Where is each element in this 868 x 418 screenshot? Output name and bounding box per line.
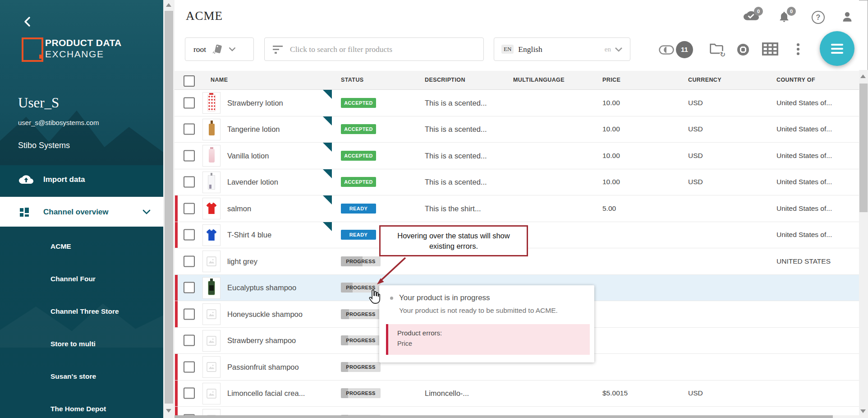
row-checkbox[interactable] bbox=[184, 229, 195, 241]
tshirt-image bbox=[204, 201, 219, 216]
root-category-selector[interactable]: root bbox=[185, 37, 254, 61]
product-name[interactable]: Tangerine lotion bbox=[227, 125, 280, 134]
status-badge[interactable]: ACCEPTED bbox=[341, 177, 376, 187]
account-button[interactable] bbox=[841, 10, 855, 24]
sidebar-item-channel[interactable]: Channel Three Store bbox=[0, 303, 163, 320]
error-indicator-bar bbox=[175, 275, 178, 301]
row-checkbox[interactable] bbox=[184, 150, 195, 161]
table-view-icon[interactable] bbox=[762, 42, 778, 56]
table-row[interactable]: salmonREADYThis is the shirt...5.00Unite… bbox=[175, 195, 859, 222]
image-placeholder-icon bbox=[207, 309, 216, 319]
product-name[interactable]: Eucalyptus shampoo bbox=[227, 283, 296, 292]
status-badge[interactable]: PROGRESS bbox=[341, 362, 381, 372]
product-description: This is a scented... bbox=[425, 178, 487, 186]
product-currency: USD bbox=[688, 125, 703, 133]
folder-sync-button[interactable]: ↻ bbox=[709, 42, 725, 56]
product-thumbnail bbox=[202, 383, 220, 404]
product-name[interactable]: Strawberry shampoo bbox=[227, 336, 296, 345]
row-checkbox[interactable] bbox=[184, 255, 195, 267]
toggle-view-icon[interactable] bbox=[659, 45, 674, 55]
status-badge[interactable]: READY bbox=[341, 230, 376, 240]
status-badge[interactable]: PROGRESS bbox=[341, 309, 381, 319]
table-row[interactable]: Limoncello facial crea...PROGRESSLimonce… bbox=[175, 381, 859, 407]
sidebar-item-channel[interactable]: ACME bbox=[0, 238, 163, 255]
help-button[interactable]: ? bbox=[812, 11, 825, 24]
status-badge[interactable]: ACCEPTED bbox=[341, 98, 376, 108]
sidebar-item-label: Import data bbox=[43, 175, 85, 184]
row-checkbox[interactable] bbox=[184, 282, 195, 293]
chevron-left-icon bbox=[23, 16, 31, 27]
product-name[interactable]: Strawberry lotion bbox=[227, 98, 283, 107]
status-badge[interactable]: ACCEPTED bbox=[341, 151, 376, 161]
product-search-input[interactable]: Click to search or filter products bbox=[264, 37, 484, 61]
row-checkbox[interactable] bbox=[184, 124, 195, 135]
more-options-button[interactable] bbox=[797, 43, 799, 57]
product-currency: USD bbox=[688, 178, 703, 186]
sidebar-item-channel[interactable]: Store to multi bbox=[0, 336, 163, 352]
corner-flag-icon bbox=[323, 143, 332, 152]
sidebar-item-import-data[interactable]: Import data bbox=[0, 165, 163, 194]
product-description: This is a scented... bbox=[425, 125, 487, 134]
scroll-up-arrow[interactable] bbox=[166, 3, 171, 7]
table-row[interactable]: Lavender lotionACCEPTEDThis is a scented… bbox=[175, 169, 859, 196]
product-price: 5.00 bbox=[602, 204, 616, 213]
scroll-down-arrow[interactable] bbox=[166, 409, 171, 413]
column-header[interactable]: STATUS bbox=[341, 77, 364, 83]
column-header[interactable]: COUNTRY OF bbox=[776, 77, 815, 83]
column-header[interactable]: PRICE bbox=[602, 77, 620, 83]
row-checkbox[interactable] bbox=[184, 308, 195, 320]
sidebar-scrollbar[interactable] bbox=[163, 0, 175, 418]
status-badge[interactable]: PROGRESS bbox=[341, 388, 381, 398]
select-all-checkbox[interactable] bbox=[184, 75, 195, 87]
root-selector-label: root bbox=[193, 45, 206, 54]
row-checkbox[interactable] bbox=[184, 361, 195, 372]
table-row[interactable]: Strawberry lotionACCEPTEDThis is a scent… bbox=[175, 90, 859, 116]
selected-count-badge[interactable]: 11 bbox=[676, 41, 693, 58]
product-name[interactable]: Vanilla lotion bbox=[227, 151, 269, 160]
sidebar-item-channel[interactable]: Susan's store bbox=[0, 368, 163, 385]
sidebar-item-channel[interactable]: Channel Four bbox=[0, 271, 163, 287]
main-scrollbar[interactable] bbox=[859, 70, 868, 418]
column-header[interactable]: NAME bbox=[211, 77, 228, 83]
language-selector[interactable]: EN English en bbox=[494, 37, 630, 61]
product-name[interactable]: T-Shirt 4 blue bbox=[227, 231, 271, 239]
product-name[interactable]: Honeysuckle shampoo bbox=[227, 310, 303, 318]
product-name[interactable]: salmon bbox=[227, 204, 251, 213]
column-header[interactable]: DESCRIPTION bbox=[425, 77, 465, 83]
table-row[interactable]: Tangerine lotionACCEPTEDThis is a scente… bbox=[175, 116, 859, 143]
product-thumbnail bbox=[202, 251, 220, 272]
row-checkbox[interactable] bbox=[184, 97, 195, 108]
product-price: 10.00 bbox=[602, 178, 620, 186]
sidebar-item-channel-overview[interactable]: Channel overview bbox=[0, 197, 163, 227]
row-checkbox[interactable] bbox=[184, 176, 195, 188]
status-badge[interactable]: ACCEPTED bbox=[341, 124, 376, 134]
scrollbar-thumb[interactable] bbox=[175, 415, 833, 418]
tshirt-image bbox=[204, 228, 219, 242]
product-thumbnail bbox=[202, 145, 220, 167]
sidebar-item-channel[interactable]: The Home Depot bbox=[0, 401, 163, 417]
scroll-up-arrow[interactable] bbox=[860, 74, 866, 78]
callout-text-line2: existing errors. bbox=[381, 241, 527, 251]
status-badge[interactable]: READY bbox=[341, 204, 376, 214]
sidebar: PRODUCT DATA EXCHANGE User_S user_s@stib… bbox=[0, 0, 163, 418]
scrollbar-thumb[interactable] bbox=[165, 11, 173, 404]
row-checkbox[interactable] bbox=[184, 203, 195, 214]
product-name[interactable]: Limoncello facial crea... bbox=[227, 389, 305, 398]
collapse-sidebar-button[interactable] bbox=[23, 16, 34, 28]
scroll-down-arrow[interactable] bbox=[860, 409, 866, 413]
row-checkbox[interactable] bbox=[184, 388, 195, 399]
column-header[interactable]: MULTILANGUAGE bbox=[513, 77, 565, 83]
row-checkbox[interactable] bbox=[184, 335, 195, 346]
column-header[interactable]: CURRENCY bbox=[688, 77, 721, 83]
scrollbar-thumb[interactable] bbox=[859, 84, 868, 212]
horizontal-scrollbar[interactable] bbox=[175, 415, 859, 418]
table-row[interactable]: PROGRESS bbox=[175, 407, 859, 416]
product-name[interactable]: Lavender lotion bbox=[227, 178, 278, 186]
preview-eye-icon[interactable] bbox=[737, 44, 749, 56]
error-indicator-bar bbox=[175, 301, 178, 327]
main-menu-fab[interactable] bbox=[820, 31, 854, 66]
product-name[interactable]: Passionfruit shampoo bbox=[227, 362, 299, 371]
status-badge[interactable]: PROGRESS bbox=[341, 335, 381, 345]
table-row[interactable]: Vanilla lotionACCEPTEDThis is a scented.… bbox=[175, 143, 859, 169]
product-name[interactable]: light grey bbox=[227, 257, 257, 265]
